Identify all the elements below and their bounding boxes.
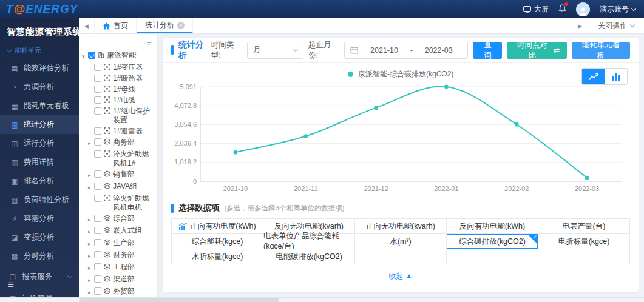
- tree-expander-icon[interactable]: ▸: [88, 138, 94, 148]
- sidebar-item[interactable]: ▧ 负荷特性分析: [0, 190, 79, 209]
- tab-statistics-analysis[interactable]: 统计分析 ×: [137, 18, 193, 33]
- tree-item[interactable]: ▸ 工程部: [85, 261, 157, 273]
- tree-checkbox[interactable]: [94, 263, 101, 270]
- sidebar-item[interactable]: ◔ 力调分析: [0, 78, 79, 96]
- tree-checkbox[interactable]: [94, 287, 101, 295]
- tree-expander-icon[interactable]: ▸: [88, 238, 94, 249]
- tree-item[interactable]: 1#变压器: [85, 62, 157, 73]
- tree-checkbox[interactable]: [94, 215, 101, 222]
- tree-item[interactable]: 淬火炉助燃风机1#: [85, 149, 157, 169]
- tree-item[interactable]: ▾ 康派智能: [79, 50, 157, 62]
- tree-item[interactable]: 淬火炉助燃风机电机: [85, 193, 157, 213]
- tree-item[interactable]: 1#继电保护装置: [85, 106, 157, 126]
- data-item-cell[interactable]: 水(m³): [355, 234, 447, 249]
- tree-expander-icon[interactable]: ▸: [88, 275, 94, 285]
- data-item-cell[interactable]: 水折标量(kgce): [172, 249, 263, 264]
- tree-expander-icon[interactable]: ▾: [82, 51, 88, 61]
- collapse-link[interactable]: 收起 ▲: [163, 264, 639, 284]
- tree-item[interactable]: ▸ 嵌入式组: [85, 225, 157, 237]
- tree-checkbox[interactable]: [94, 150, 101, 158]
- sidebar-item[interactable]: ◫ 运行分析: [0, 134, 79, 153]
- tree-item[interactable]: ▸ JAVA组: [85, 181, 157, 193]
- energy-unit-board-button[interactable]: 能耗单元看板: [572, 42, 630, 59]
- sidebar-section-energy-unit[interactable]: 能耗单元: [0, 44, 79, 59]
- tree-expander-icon[interactable]: ▸: [88, 263, 94, 273]
- time-compare-button[interactable]: 时间点对比 ⇄: [507, 42, 567, 59]
- scrollbar-thumb[interactable]: [79, 298, 279, 302]
- tree-item[interactable]: ▸ 财务部: [85, 249, 157, 261]
- query-button[interactable]: 查询: [473, 42, 502, 59]
- tree-expander-icon[interactable]: [88, 74, 94, 75]
- line-chart[interactable]: 01,018.22,036.43,054.64,072.85,0912021-1…: [171, 81, 631, 198]
- big-screen-button[interactable]: 大屏: [523, 4, 549, 15]
- horizontal-scrollbar[interactable]: [0, 297, 644, 302]
- sidebar-item[interactable]: ▨ 统计分析: [0, 115, 79, 134]
- time-type-select[interactable]: 月: [247, 42, 303, 59]
- sidebar-item[interactable]: ◪ 变损分析: [0, 228, 79, 247]
- tree-checkbox[interactable]: [94, 75, 101, 82]
- tree-expander-icon[interactable]: [88, 127, 94, 128]
- sidebar-collapse-icon[interactable]: ≡: [8, 280, 14, 290]
- data-item-cell[interactable]: 电折标量(kgce): [538, 234, 630, 249]
- tree-checkbox[interactable]: [94, 195, 101, 202]
- tree-checkbox[interactable]: [88, 52, 95, 59]
- tree-item[interactable]: 1#母线: [85, 84, 157, 95]
- sidebar-item[interactable]: ▩ 分时分析: [0, 247, 79, 266]
- tree-expander-icon[interactable]: [88, 194, 94, 195]
- tree-item[interactable]: 1#避雷器: [85, 126, 157, 136]
- data-item-cell[interactable]: [447, 249, 538, 264]
- tree-checkbox[interactable]: [94, 127, 101, 135]
- range-end-value[interactable]: 2022-03: [415, 46, 462, 55]
- close-operations-menu[interactable]: 关闭操作: [588, 18, 644, 33]
- avatar[interactable]: [576, 2, 590, 16]
- tree-checkbox[interactable]: [94, 64, 101, 71]
- tree-expander-icon[interactable]: ▸: [88, 226, 94, 237]
- month-range-picker[interactable]: 2021-10 - 2022-03: [344, 42, 468, 59]
- data-item-cell[interactable]: 电表产量(台): [538, 219, 630, 234]
- tree-checkbox[interactable]: [94, 183, 101, 190]
- tabs-scroll-left-button[interactable]: ◀: [79, 18, 94, 33]
- tree-expander-icon[interactable]: ▸: [88, 214, 94, 224]
- tree-item[interactable]: ▸ 商务部: [85, 136, 157, 149]
- tree-checkbox[interactable]: [94, 227, 101, 234]
- tree-item[interactable]: 1#电缆: [85, 95, 157, 106]
- tree-expander-icon[interactable]: [88, 96, 94, 97]
- account-menu[interactable]: 演示账号: [600, 4, 636, 15]
- sidebar-item[interactable]: ▥ 费用详情: [0, 153, 79, 172]
- data-item-cell[interactable]: 正向有功电度(kWh): [172, 219, 263, 234]
- tree-item[interactable]: ▸ 外贸部: [85, 286, 157, 297]
- sidebar-item[interactable]: ▤ 能效评估分析: [0, 59, 79, 78]
- tree-item[interactable]: ▸ 生产部: [85, 237, 157, 249]
- tree-expander-icon[interactable]: [88, 85, 94, 86]
- tree-expander-icon[interactable]: ▸: [88, 182, 94, 192]
- tree-collapse-icon[interactable]: ≡: [146, 38, 152, 47]
- bar-chart-toggle-button[interactable]: [605, 69, 627, 84]
- sidebar-item[interactable]: ▦ 能耗单元看板: [0, 96, 79, 115]
- tree-expander-icon[interactable]: [88, 63, 94, 64]
- data-item-cell[interactable]: [355, 249, 447, 264]
- tree-expander-icon[interactable]: [88, 107, 94, 108]
- tree-item[interactable]: ▸ 渠道部: [85, 273, 157, 286]
- data-item-cell[interactable]: 反向有功电能(kWh): [447, 219, 538, 234]
- tree-checkbox[interactable]: [94, 86, 101, 93]
- tree-expander-icon[interactable]: [88, 150, 94, 151]
- tree-item[interactable]: ▸ 综合部: [85, 213, 157, 225]
- tree-expander-icon[interactable]: ▸: [88, 250, 94, 261]
- tabs-scroll-right-button[interactable]: ▶: [572, 18, 588, 33]
- notifications-button[interactable]: [558, 4, 566, 15]
- tree-checkbox[interactable]: [94, 251, 101, 258]
- tab-home[interactable]: 首页: [94, 18, 137, 33]
- data-item-cell[interactable]: 综合能耗(kgce): [172, 234, 263, 249]
- data-item-cell[interactable]: 电表单位产品综合能耗(kgce/台): [263, 234, 355, 249]
- tree-checkbox[interactable]: [94, 239, 101, 246]
- tab-close-icon[interactable]: ×: [177, 22, 185, 29]
- tree-expander-icon[interactable]: ▸: [88, 170, 94, 180]
- sidebar-item[interactable]: ▣ 排名分析: [0, 172, 79, 190]
- tree-checkbox[interactable]: [94, 170, 101, 178]
- tree-checkbox[interactable]: [94, 138, 101, 146]
- data-item-cell[interactable]: 综合碳排放(kgCO2): [447, 234, 538, 249]
- tree-checkbox[interactable]: [94, 107, 101, 115]
- tree-item[interactable]: 1#断路器: [85, 73, 157, 84]
- range-start-value[interactable]: 2021-10: [361, 46, 407, 55]
- sidebar-item[interactable]: ⚡ 容需分析: [0, 209, 79, 228]
